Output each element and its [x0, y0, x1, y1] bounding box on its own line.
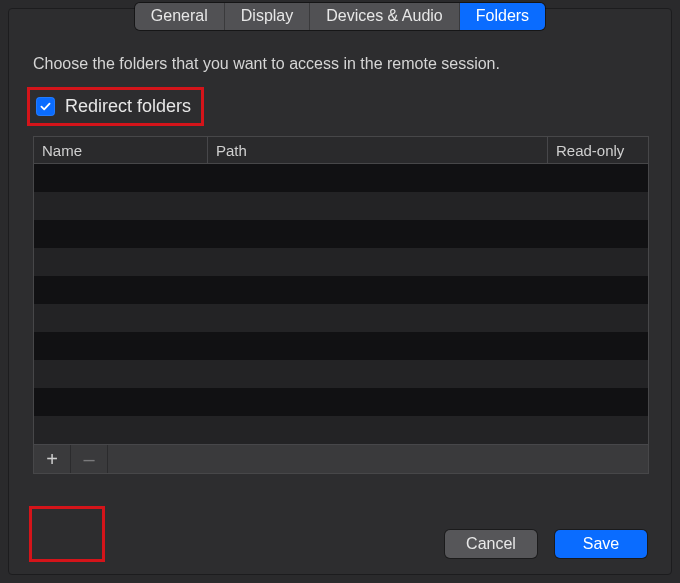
minus-icon: –	[83, 449, 94, 469]
column-header-name[interactable]: Name	[34, 137, 208, 163]
table-row[interactable]	[34, 276, 648, 304]
tab-bar: General Display Devices & Audio Folders	[9, 3, 671, 30]
table-header: Name Path Read-only	[34, 137, 648, 164]
tab-folders[interactable]: Folders	[460, 3, 545, 30]
remove-folder-button[interactable]: –	[71, 445, 108, 473]
tab-display[interactable]: Display	[225, 3, 310, 30]
add-folder-button[interactable]: +	[34, 445, 71, 473]
column-header-readonly[interactable]: Read-only	[548, 137, 648, 163]
table-row[interactable]	[34, 332, 648, 360]
table-row[interactable]	[34, 192, 648, 220]
preferences-panel: General Display Devices & Audio Folders …	[8, 8, 672, 575]
checkmark-icon	[39, 100, 52, 113]
table-row[interactable]	[34, 164, 648, 192]
table-row[interactable]	[34, 304, 648, 332]
table-footer: + –	[34, 444, 648, 473]
dialog-buttons: Cancel Save	[445, 530, 647, 558]
folders-table: Name Path Read-only + –	[33, 136, 649, 474]
table-row[interactable]	[34, 220, 648, 248]
description-text: Choose the folders that you want to acce…	[33, 55, 647, 73]
redirect-folders-checkbox[interactable]	[36, 97, 55, 116]
table-row[interactable]	[34, 248, 648, 276]
redirect-folders-row[interactable]: Redirect folders	[27, 87, 204, 126]
plus-icon: +	[46, 449, 58, 469]
table-row[interactable]	[34, 388, 648, 416]
table-row[interactable]	[34, 360, 648, 388]
annotation-highlight-add	[29, 506, 105, 562]
column-header-path[interactable]: Path	[208, 137, 548, 163]
tab-devices-audio[interactable]: Devices & Audio	[310, 3, 460, 30]
cancel-button[interactable]: Cancel	[445, 530, 537, 558]
table-body	[34, 164, 648, 444]
redirect-folders-label: Redirect folders	[65, 96, 191, 117]
save-button[interactable]: Save	[555, 530, 647, 558]
tab-general[interactable]: General	[135, 3, 225, 30]
table-row[interactable]	[34, 416, 648, 444]
